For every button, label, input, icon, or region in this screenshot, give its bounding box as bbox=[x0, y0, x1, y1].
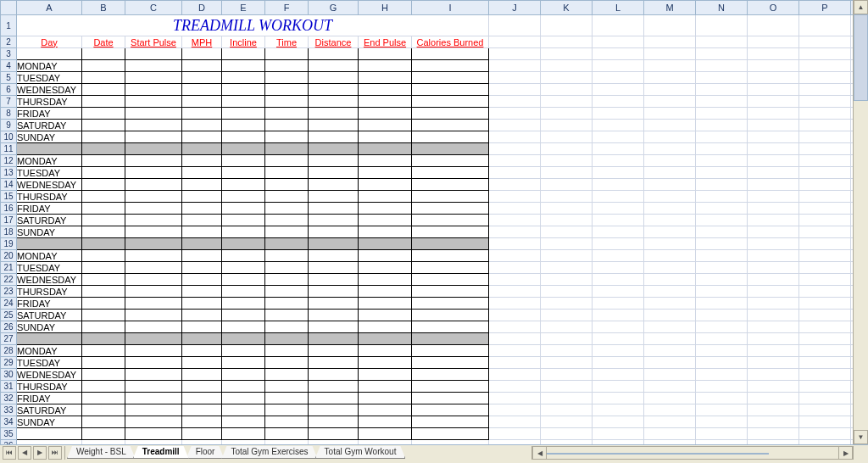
cell[interactable] bbox=[541, 333, 593, 345]
cell[interactable] bbox=[265, 428, 309, 440]
day-cell[interactable]: TUESDAY bbox=[17, 357, 82, 369]
cell[interactable] bbox=[644, 250, 696, 262]
cell[interactable] bbox=[696, 203, 748, 215]
tab-nav-first-icon[interactable]: ⏮ bbox=[3, 446, 16, 460]
cell[interactable] bbox=[644, 393, 696, 404]
cell[interactable] bbox=[265, 48, 309, 60]
day-cell[interactable]: SUNDAY bbox=[17, 416, 82, 428]
column-label[interactable]: Calories Burned bbox=[412, 36, 489, 48]
cell[interactable] bbox=[748, 131, 799, 143]
cell[interactable] bbox=[359, 369, 412, 381]
cell[interactable] bbox=[593, 108, 644, 120]
cell[interactable] bbox=[593, 226, 644, 238]
cell[interactable] bbox=[222, 321, 265, 333]
cell[interactable] bbox=[309, 84, 359, 96]
cell[interactable] bbox=[412, 131, 489, 143]
cell[interactable] bbox=[748, 72, 799, 84]
column-header[interactable]: O bbox=[748, 1, 799, 15]
cell[interactable] bbox=[412, 250, 489, 262]
cell[interactable] bbox=[265, 393, 309, 404]
cell[interactable] bbox=[748, 120, 799, 131]
cell[interactable] bbox=[748, 298, 799, 310]
cell[interactable] bbox=[541, 357, 593, 369]
cell[interactable] bbox=[265, 120, 309, 131]
cell[interactable] bbox=[125, 369, 182, 381]
cell[interactable] bbox=[182, 428, 222, 440]
cell[interactable] bbox=[644, 357, 696, 369]
cell[interactable] bbox=[309, 274, 359, 286]
column-header[interactable]: L bbox=[593, 1, 644, 15]
cell[interactable] bbox=[82, 393, 125, 404]
day-cell[interactable]: MONDAY bbox=[17, 60, 82, 72]
cell[interactable] bbox=[748, 96, 799, 108]
cell[interactable] bbox=[222, 72, 265, 84]
cell[interactable] bbox=[359, 274, 412, 286]
cell[interactable] bbox=[541, 131, 593, 143]
cell[interactable] bbox=[644, 72, 696, 84]
cell[interactable] bbox=[222, 393, 265, 404]
cell[interactable] bbox=[593, 120, 644, 131]
cell[interactable] bbox=[799, 131, 851, 143]
cell[interactable] bbox=[593, 143, 644, 155]
cell[interactable] bbox=[82, 226, 125, 238]
row-header[interactable]: 9 bbox=[1, 120, 17, 131]
day-cell[interactable]: MONDAY bbox=[17, 155, 82, 167]
cell[interactable] bbox=[182, 393, 222, 404]
cell[interactable] bbox=[799, 310, 851, 321]
day-cell[interactable]: WEDNESDAY bbox=[17, 179, 82, 191]
cell[interactable] bbox=[799, 143, 851, 155]
cell[interactable] bbox=[222, 96, 265, 108]
day-cell[interactable]: WEDNESDAY bbox=[17, 274, 82, 286]
cell[interactable] bbox=[541, 369, 593, 381]
cell[interactable] bbox=[644, 131, 696, 143]
row-header[interactable]: 34 bbox=[1, 416, 17, 428]
row-header[interactable]: 24 bbox=[1, 298, 17, 310]
cell[interactable] bbox=[593, 250, 644, 262]
cell[interactable] bbox=[182, 310, 222, 321]
cell[interactable] bbox=[309, 369, 359, 381]
cell[interactable] bbox=[265, 108, 309, 120]
cell[interactable] bbox=[125, 262, 182, 274]
cell[interactable] bbox=[644, 274, 696, 286]
row-header[interactable]: 4 bbox=[1, 60, 17, 72]
cell[interactable] bbox=[265, 274, 309, 286]
column-header[interactable]: D bbox=[182, 1, 222, 15]
vertical-scrollbar[interactable]: ▲ ▼ bbox=[853, 0, 868, 444]
cell[interactable] bbox=[644, 416, 696, 428]
cell[interactable] bbox=[309, 226, 359, 238]
cell[interactable] bbox=[82, 345, 125, 357]
cell[interactable] bbox=[309, 286, 359, 298]
cell[interactable] bbox=[309, 155, 359, 167]
cell[interactable] bbox=[182, 416, 222, 428]
cell[interactable] bbox=[82, 167, 125, 179]
cell[interactable] bbox=[644, 321, 696, 333]
cell[interactable] bbox=[125, 286, 182, 298]
cell[interactable] bbox=[644, 179, 696, 191]
cell[interactable] bbox=[799, 15, 851, 36]
cell[interactable] bbox=[265, 262, 309, 274]
cell[interactable] bbox=[593, 369, 644, 381]
scroll-left-icon[interactable]: ◀ bbox=[532, 446, 547, 460]
cell[interactable] bbox=[182, 131, 222, 143]
column-header[interactable]: I bbox=[412, 1, 489, 15]
cell[interactable] bbox=[309, 416, 359, 428]
cell[interactable] bbox=[125, 345, 182, 357]
cell[interactable] bbox=[412, 274, 489, 286]
cell[interactable] bbox=[799, 416, 851, 428]
cell[interactable] bbox=[644, 15, 696, 36]
cell[interactable] bbox=[412, 345, 489, 357]
cell[interactable] bbox=[125, 250, 182, 262]
cell[interactable] bbox=[182, 60, 222, 72]
cell[interactable] bbox=[17, 428, 82, 440]
cell[interactable] bbox=[748, 84, 799, 96]
cell[interactable] bbox=[125, 226, 182, 238]
cell[interactable] bbox=[182, 357, 222, 369]
cell[interactable] bbox=[541, 167, 593, 179]
cell[interactable] bbox=[359, 96, 412, 108]
cell[interactable] bbox=[82, 215, 125, 226]
cell[interactable] bbox=[541, 250, 593, 262]
cell[interactable] bbox=[125, 179, 182, 191]
cell[interactable] bbox=[748, 226, 799, 238]
cell[interactable] bbox=[265, 167, 309, 179]
cell[interactable] bbox=[593, 36, 644, 48]
